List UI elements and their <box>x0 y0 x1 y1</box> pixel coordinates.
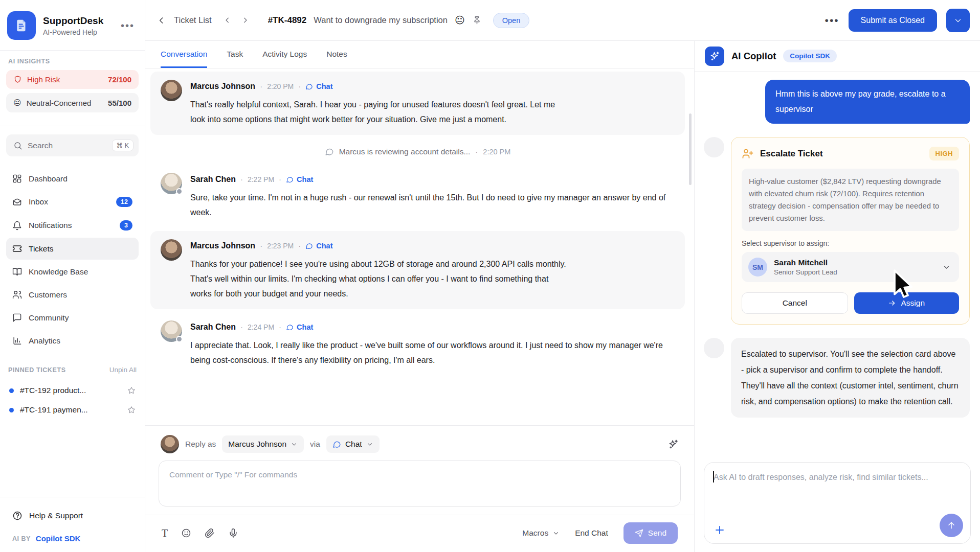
tab-conversation[interactable]: Conversation <box>161 41 207 68</box>
insight-sentiment[interactable]: 😐 Neutral-Concerned 55/100 <box>6 93 139 112</box>
composer-toolbar: T Macros End Chat Send <box>159 515 681 552</box>
sidebar-item-customers[interactable]: Customers <box>6 284 139 306</box>
avatar-marcus <box>161 435 179 453</box>
channel-tag: Chat <box>286 175 313 183</box>
message-text: Thanks for your patience! I see you're u… <box>190 257 571 301</box>
emoji-button[interactable] <box>181 528 191 538</box>
sidebar-item-inbox[interactable]: Inbox 12 <box>6 191 139 213</box>
tab-activity-logs[interactable]: Activity Logs <box>262 41 307 68</box>
status-badge: Open <box>493 13 529 28</box>
message-time: 2:22 PM <box>248 175 274 183</box>
copilot-ai-message: Escalated to supervisor. You'll see the … <box>731 338 970 418</box>
supervisor-select-label: Select supervisor to assign: <box>742 239 959 247</box>
pinned-tickets-label: PINNED TICKETS <box>8 366 66 374</box>
attachment-button[interactable] <box>205 528 215 538</box>
ai-sparkles-icon[interactable] <box>667 439 679 450</box>
ai-insights-label: AI INSIGHTS <box>6 58 139 70</box>
copilot-input-box[interactable] <box>704 462 971 544</box>
copilot-sdk-link[interactable]: Copilot SDK <box>36 534 81 543</box>
pinned-tickets-section: PINNED TICKETS Unpin All #TC-192 product… <box>0 353 145 420</box>
tab-task[interactable]: Task <box>227 41 243 68</box>
brand: SupportDesk AI-Powered Help ••• <box>0 0 145 50</box>
search-shortcut: ⌘ K <box>112 140 133 151</box>
sidebar-item-community[interactable]: Community <box>6 307 139 329</box>
bell-icon <box>12 221 22 231</box>
microphone-button[interactable] <box>228 528 238 538</box>
send-button[interactable]: Send <box>623 522 678 544</box>
supervisor-select[interactable]: SM Sarah Mitchell Senior Support Lead <box>742 252 959 282</box>
reply-agent-select[interactable]: Marcus Johnson <box>222 435 304 453</box>
pin-icon[interactable] <box>472 15 482 25</box>
sidebar-item-knowledge-base[interactable]: Knowledge Base <box>6 261 139 283</box>
chat-bubble-icon <box>325 147 334 156</box>
supervisor-role: Senior Support Lead <box>774 268 936 276</box>
avatar-sarah <box>161 320 182 342</box>
message-text: Sure, take your time. I'm not in a huge … <box>190 190 675 220</box>
escalate-ticket-card: Escalate Ticket HIGH High-value customer… <box>731 137 970 325</box>
back-button[interactable] <box>157 15 167 26</box>
user-plus-icon <box>742 148 754 160</box>
app-name: SupportDesk <box>43 15 112 27</box>
next-ticket-button[interactable] <box>241 16 250 25</box>
cancel-button[interactable]: Cancel <box>742 292 848 314</box>
priority-badge: HIGH <box>929 147 960 160</box>
assign-button[interactable]: Assign <box>854 292 960 314</box>
search-input[interactable]: Search ⌘ K <box>6 134 139 156</box>
pinned-ticket-tc191[interactable]: #TC-191 paymen... <box>8 400 137 420</box>
message-time: 2:24 PM <box>248 323 274 331</box>
reply-input-box[interactable] <box>159 461 681 507</box>
sidebar-item-tickets[interactable]: Tickets <box>6 238 139 260</box>
sidebar: SupportDesk AI-Powered Help ••• AI INSIG… <box>0 0 145 552</box>
text-format-button[interactable]: T <box>162 527 168 539</box>
sidebar-item-dashboard[interactable]: Dashboard <box>6 168 139 190</box>
star-icon[interactable] <box>127 406 136 414</box>
insight-label: Neutral-Concerned <box>27 99 103 107</box>
header-more-button[interactable]: ••• <box>825 14 839 27</box>
end-chat-button[interactable]: End Chat <box>575 528 608 538</box>
conversation-scrollbar[interactable] <box>689 113 692 185</box>
dashboard-icon <box>12 174 22 183</box>
copilot-sparkles-icon <box>705 47 724 66</box>
system-message: Marcus is reviewing account details... 2… <box>150 138 685 164</box>
ticket-title: Want to downgrade my subscription <box>314 15 448 25</box>
via-label: via <box>310 440 320 449</box>
insight-label: High Risk <box>27 75 103 84</box>
message-agent: Marcus Johnson 2:23 PM Chat Thanks for y… <box>150 231 685 309</box>
users-icon <box>12 290 22 300</box>
message-customer: Sarah Chen 2:22 PM Chat Sure, take your … <box>150 165 685 228</box>
arrow-right-icon <box>888 299 896 307</box>
message-author: Marcus Johnson <box>190 241 255 250</box>
copilot-user-message: Hmm this is above my pay grade, escalate… <box>765 80 970 124</box>
channel-select[interactable]: Chat <box>326 435 380 453</box>
speech-bubble-icon <box>12 313 22 323</box>
add-attachment-button[interactable] <box>714 524 726 536</box>
message-time: 2:23 PM <box>267 242 294 250</box>
reply-textarea[interactable] <box>169 470 670 495</box>
star-icon[interactable] <box>127 386 136 395</box>
message-customer: Sarah Chen 2:24 PM Chat I appreciate tha… <box>150 312 685 376</box>
submit-options-button[interactable] <box>946 9 970 32</box>
submit-as-closed-button[interactable]: Submit as Closed <box>849 9 937 32</box>
shield-icon <box>13 75 22 84</box>
unpin-all-link[interactable]: Unpin All <box>109 366 137 374</box>
pinned-ticket-tc192[interactable]: #TC-192 product... <box>8 381 137 400</box>
sidebar-item-analytics[interactable]: Analytics <box>6 330 139 352</box>
insight-high-risk[interactable]: High Risk 72/100 <box>6 70 139 89</box>
help-support-link[interactable]: Help & Support <box>8 509 137 523</box>
conversation-panel: Conversation Task Activity Logs Notes Ma… <box>145 41 694 552</box>
tab-notes[interactable]: Notes <box>326 41 347 68</box>
prev-ticket-button[interactable] <box>223 16 232 25</box>
blue-dot <box>9 388 14 393</box>
ticket-tabs: Conversation Task Activity Logs Notes <box>145 41 694 68</box>
copilot-ai-avatar <box>704 338 724 358</box>
copilot-input[interactable] <box>714 471 961 507</box>
copilot-send-button[interactable] <box>940 514 963 537</box>
ticket-list-link[interactable]: Ticket List <box>174 15 212 25</box>
macros-dropdown[interactable]: Macros <box>522 528 560 538</box>
message-time: 2:20 PM <box>267 82 294 90</box>
sidebar-more-button[interactable]: ••• <box>119 18 137 34</box>
escalation-description: High-value customer ($2,842 LTV) request… <box>742 169 959 231</box>
message-author: Sarah Chen <box>190 175 236 184</box>
sidebar-item-notifications[interactable]: Notifications 3 <box>6 214 139 237</box>
app-logo-icon <box>7 11 36 40</box>
